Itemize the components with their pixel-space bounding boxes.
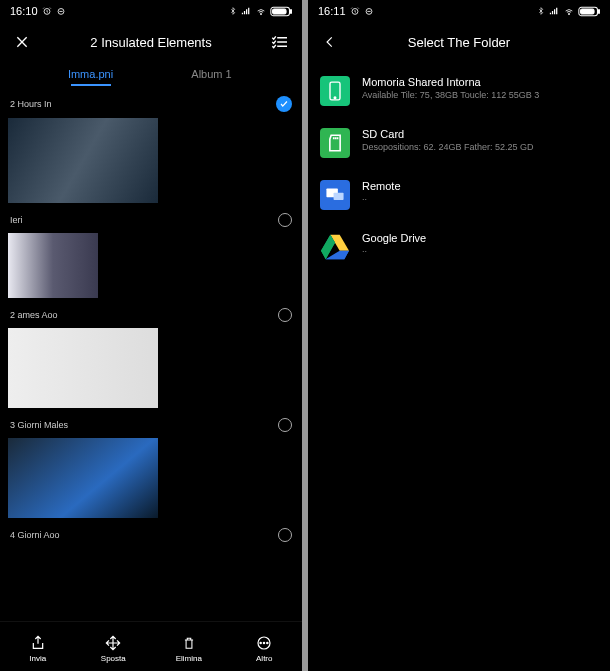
battery-icon (578, 6, 600, 17)
phone-right: 16:11 Select The Folder (308, 0, 610, 671)
svg-rect-14 (598, 9, 600, 12)
gallery-section: 2 ames Aoo (0, 304, 302, 414)
section-label: 4 Giorni Aoo (10, 530, 60, 540)
share-icon (30, 635, 46, 651)
move-button[interactable]: Sposta (88, 634, 138, 663)
delete-label: Elimina (176, 654, 202, 663)
google-drive-icon (321, 234, 349, 260)
alarm-icon (350, 6, 360, 16)
thumbnail[interactable] (8, 233, 98, 298)
svg-point-12 (569, 14, 570, 15)
header-title: 2 Insulated Elements (42, 35, 260, 50)
header-title: Select The Folder (350, 35, 568, 50)
svg-point-8 (264, 642, 265, 643)
remote-icon (325, 187, 345, 203)
dnd-icon (56, 6, 66, 16)
gallery-section: Ieri (0, 209, 302, 304)
thumbnail[interactable] (8, 118, 158, 203)
close-icon (14, 34, 30, 50)
signal-icon (548, 6, 560, 16)
section-radio[interactable] (278, 308, 292, 322)
folder-internal[interactable]: Momoria Shared Intorna Available Tile: 7… (320, 76, 598, 106)
gallery-section: 4 Giorni Aoo (0, 524, 302, 546)
folder-sub: Available Tile: 75, 38GB Toucle: 112 55G… (362, 90, 539, 100)
bluetooth-icon (229, 6, 237, 16)
status-bar: 16:10 (0, 0, 302, 22)
tab-album[interactable]: Album 1 (151, 68, 272, 86)
move-icon (105, 635, 121, 651)
folder-gdrive[interactable]: Google Drive ·· (320, 232, 598, 262)
section-radio[interactable] (278, 418, 292, 432)
tab-images[interactable]: Imma.pni (30, 68, 151, 86)
delete-button[interactable]: Elimina (164, 634, 214, 663)
folder-title: Remote (362, 180, 401, 192)
thumbnail[interactable] (8, 438, 158, 518)
phone-left: 16:10 2 Insulated Elements Imma.pni Alb (0, 0, 302, 671)
tabs: Imma.pni Album 1 (0, 62, 302, 92)
select-all-button[interactable] (270, 35, 290, 49)
section-radio[interactable] (278, 213, 292, 227)
select-list-icon (271, 35, 289, 49)
battery-icon (270, 6, 292, 17)
move-label: Sposta (101, 654, 126, 663)
section-radio[interactable] (278, 528, 292, 542)
check-icon (279, 99, 289, 109)
back-button[interactable] (320, 35, 340, 49)
svg-rect-15 (581, 8, 595, 13)
alarm-icon (42, 6, 52, 16)
folder-sub: ·· (362, 246, 426, 256)
svg-point-17 (334, 97, 336, 99)
header: Select The Folder (308, 22, 610, 62)
folder-sdcard[interactable]: SD Card Desopositions: 62. 24GB Father: … (320, 128, 598, 158)
folder-title: SD Card (362, 128, 534, 140)
section-label: 2 Hours In (10, 99, 52, 109)
more-icon (256, 635, 272, 651)
phone-storage-icon (328, 81, 342, 101)
chevron-left-icon (323, 35, 337, 49)
folder-list: Momoria Shared Intorna Available Tile: 7… (308, 62, 610, 671)
section-label: Ieri (10, 215, 23, 225)
folder-sub: ·· (362, 194, 401, 204)
more-button[interactable]: Altro (239, 634, 289, 663)
share-label: Invia (29, 654, 46, 663)
status-bar: 16:11 (308, 0, 610, 22)
signal-icon (240, 6, 252, 16)
folder-title: Momoria Shared Intorna (362, 76, 539, 88)
screenshot-pair: 16:10 2 Insulated Elements Imma.pni Alb (0, 0, 610, 671)
section-label: 2 ames Aoo (10, 310, 58, 320)
share-button[interactable]: Invia (13, 634, 63, 663)
section-label: 3 Giorni Males (10, 420, 68, 430)
gallery-section: 3 Giorni Males (0, 414, 302, 524)
svg-point-7 (260, 642, 261, 643)
folder-sub: Desopositions: 62. 24GB Father: 52.25 GD (362, 142, 534, 152)
gallery-section: 2 Hours In (0, 92, 302, 209)
status-time: 16:11 (318, 5, 346, 17)
svg-rect-4 (290, 9, 292, 12)
bottom-bar: Invia Sposta Elimina Altro (0, 621, 302, 671)
svg-rect-5 (273, 8, 287, 13)
trash-icon (182, 635, 196, 651)
status-time: 16:10 (10, 5, 38, 17)
bluetooth-icon (537, 6, 545, 16)
close-button[interactable] (12, 34, 32, 50)
dnd-icon (364, 6, 374, 16)
more-label: Altro (256, 654, 272, 663)
wifi-icon (255, 6, 267, 16)
wifi-icon (563, 6, 575, 16)
svg-rect-19 (334, 193, 344, 200)
header: 2 Insulated Elements (0, 22, 302, 62)
sd-card-icon (327, 134, 343, 152)
section-check[interactable] (276, 96, 292, 112)
folder-remote[interactable]: Remote ·· (320, 180, 598, 210)
folder-title: Google Drive (362, 232, 426, 244)
svg-point-2 (261, 14, 262, 15)
gallery[interactable]: 2 Hours In Ieri 2 ames Aoo (0, 92, 302, 621)
svg-point-9 (267, 642, 268, 643)
thumbnail[interactable] (8, 328, 158, 408)
